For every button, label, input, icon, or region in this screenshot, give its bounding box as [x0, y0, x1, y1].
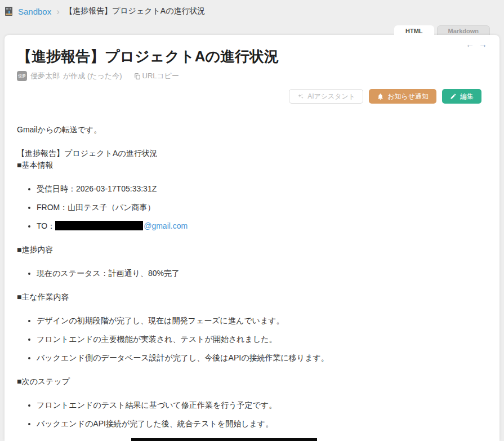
section-heading-next: ■次のステップ — [17, 376, 418, 387]
list-item: 受信日時：2026-03-17T05:33:31Z — [37, 183, 418, 195]
sparkles-icon — [297, 93, 304, 100]
notice-label: お知らせ通知 — [387, 92, 429, 101]
edit-button[interactable]: 編集 — [442, 89, 481, 104]
page-toolbar: AIアシスタント お知らせ通知 編集 — [5, 89, 481, 104]
email-link[interactable]: @gmail.com — [144, 221, 188, 230]
list-item: デザインの初期段階が完了し、現在は開発フェーズに進んでいます。 — [37, 315, 418, 327]
url-copy-label: URLコピー — [142, 71, 180, 81]
bottom-redaction-bar — [131, 438, 317, 441]
tab-html[interactable]: HTML — [394, 25, 434, 35]
page-emoji-icon — [5, 7, 13, 16]
copy-icon — [133, 73, 141, 80]
url-copy-button[interactable]: URLコピー — [133, 71, 180, 81]
author-name: 侵夢太郎 — [30, 71, 60, 81]
author-meta: が作成 (たった今) — [63, 71, 122, 81]
view-mode-tabs: HTML Markdown — [394, 25, 490, 35]
breadcrumb-separator: › — [56, 7, 60, 16]
list-item: バックエンド側のデータベース設計が完了し、今後はAPIの接続作業に移ります。 — [37, 352, 418, 364]
avatar: 侵夢 — [17, 71, 27, 81]
basic-info-list: 受信日時：2026-03-17T05:33:31Z FROM：山田テス子（パン商… — [17, 183, 418, 232]
to-prefix: TO： — [37, 221, 55, 230]
next-steps-list: フロントエンドのテスト結果に基づいて修正作業を行う予定です。 バックエンドのAP… — [17, 399, 418, 430]
breadcrumb-current-page: 【進捗報告】プロジェクトAの進行状況 — [65, 6, 206, 16]
work-list: デザインの初期段階が完了し、現在は開発フェーズに進んでいます。 フロントエンドの… — [17, 315, 418, 364]
forward-arrow-icon[interactable]: → — [479, 39, 487, 49]
subject-line: 【進捗報告】プロジェクトAの進行状況 — [17, 149, 158, 158]
bell-icon — [377, 93, 384, 100]
list-item-to: TO：@gmail.com — [37, 220, 418, 232]
breadcrumb: Sandbox › 【進捗報告】プロジェクトAの進行状況 — [0, 0, 504, 23]
list-item: FROM：山田テス子（パン商事） — [37, 202, 418, 213]
ai-assistant-button[interactable]: AIアシスタント — [289, 89, 363, 104]
page-card: ← → 【進捗報告】プロジェクトAの進行状況 侵夢 侵夢太郎 が作成 (たった今… — [5, 35, 499, 441]
back-arrow-icon[interactable]: ← — [466, 39, 474, 49]
progress-list: 現在のステータス：計画通り、80%完了 — [17, 268, 418, 279]
notice-button[interactable]: お知らせ通知 — [369, 89, 436, 104]
list-item: 現在のステータス：計画通り、80%完了 — [37, 268, 418, 279]
section-heading-progress: ■進捗内容 — [17, 244, 418, 256]
edit-label: 編集 — [460, 92, 474, 101]
email-redaction-box — [55, 221, 143, 230]
ai-assistant-label: AIアシスタント — [307, 92, 355, 101]
list-item: バックエンドのAPI接続が完了した後、統合テストを開始します。 — [37, 418, 418, 430]
page-title: 【進捗報告】プロジェクトAの進行状況 — [5, 35, 499, 65]
tab-markdown[interactable]: Markdown — [437, 25, 490, 35]
intro-paragraph: Gmailからの転送です。 — [17, 124, 418, 136]
list-item: フロントエンドの主要機能が実装され、テストが開始されました。 — [37, 333, 418, 345]
pencil-icon — [450, 93, 457, 100]
subject-paragraph: 【進捗報告】プロジェクトAの進行状況 ■基本情報 — [17, 148, 418, 171]
revision-pager: ← → — [466, 39, 487, 49]
section-heading-basic: ■基本情報 — [17, 161, 53, 170]
breadcrumb-root-link[interactable]: Sandbox — [18, 7, 51, 16]
article-body: Gmailからの転送です。 【進捗報告】プロジェクトAの進行状況 ■基本情報 受… — [5, 104, 431, 441]
section-heading-work: ■主な作業内容 — [17, 291, 418, 303]
list-item: フロントエンドのテスト結果に基づいて修正作業を行う予定です。 — [37, 399, 418, 411]
author-row: 侵夢 侵夢太郎 が作成 (たった今) URLコピー — [17, 71, 487, 81]
